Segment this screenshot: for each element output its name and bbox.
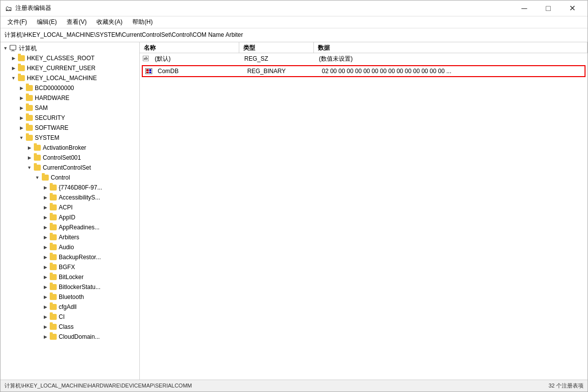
tree-toggle-guid[interactable]: ▶ <box>41 184 49 192</box>
tree-toggle-appreadines[interactable]: ▶ <box>41 223 49 231</box>
maximize-button[interactable]: □ <box>537 0 560 16</box>
tree-item-appid[interactable]: ▶AppID <box>0 212 139 222</box>
tree-toggle-control[interactable]: ▼ <box>33 174 41 182</box>
tree-label-bgfx: BGFX <box>59 264 75 271</box>
tree-item-arbiters[interactable]: ▶Arbiters <box>0 232 139 242</box>
col-header-type[interactable]: 类型 <box>239 42 314 53</box>
tree-item-acpi[interactable]: ▶ACPI <box>0 202 139 212</box>
tree-toggle-controlset001[interactable]: ▶ <box>25 154 33 162</box>
tree-item-backuprestor[interactable]: ▶BackupRestor... <box>0 252 139 262</box>
tree-toggle-hkey_classes_root[interactable]: ▶ <box>9 54 17 62</box>
tree-toggle-currentcontrolset[interactable]: ▼ <box>25 164 33 172</box>
tree-item-system[interactable]: ▼SYSTEM <box>0 133 139 143</box>
value-row-default[interactable]: ab(默认)REG_SZ(数值未设置) <box>140 53 588 64</box>
main-content: ▼计算机▶HKEY_CLASSES_ROOT▶HKEY_CURRENT_USER… <box>0 42 588 380</box>
tree-toggle-ci[interactable]: ▶ <box>41 313 49 321</box>
tree-toggle-bitlocker[interactable]: ▶ <box>41 273 49 281</box>
menu-bar: 文件(F)编辑(E)查看(V)收藏夹(A)帮助(H) <box>0 16 588 28</box>
tree-label-accessibilitys: AccessibilityS... <box>59 194 100 201</box>
address-path: 计算机\HKEY_LOCAL_MACHINE\SYSTEM\CurrentCon… <box>4 31 243 39</box>
tree-toggle-accessibilitys[interactable]: ▶ <box>41 194 49 201</box>
tree-toggle-appid[interactable]: ▶ <box>41 213 49 221</box>
tree-label-bcd: BCD00000000 <box>35 85 74 92</box>
tree-toggle-bluetooth[interactable]: ▶ <box>41 293 49 301</box>
folder-icon-arbiters <box>49 233 57 241</box>
folder-icon-bitlocker <box>49 273 57 281</box>
tree-item-currentcontrolset[interactable]: ▼CurrentControlSet <box>0 163 139 173</box>
folder-icon-sam <box>25 104 33 112</box>
menu-item-h[interactable]: 帮助(H) <box>127 17 158 27</box>
tree-item-ci[interactable]: ▶CI <box>0 312 139 322</box>
tree-item-security[interactable]: ▶SECURITY <box>0 113 139 123</box>
tree-item-sam[interactable]: ▶SAM <box>0 103 139 113</box>
tree-label-clouddomain: CloudDomain... <box>59 333 100 340</box>
tree-item-bcd[interactable]: ▶BCD00000000 <box>0 83 139 93</box>
value-row-comdb[interactable]: ComDBREG_BINARY02 00 00 00 00 00 00 00 0… <box>142 65 586 77</box>
tree-label-bitlockerstatu: BitlockerStatu... <box>59 284 100 291</box>
tree-label-hardware: HARDWARE <box>35 95 70 101</box>
tree-toggle-cfgadll[interactable]: ▶ <box>41 303 49 311</box>
tree-toggle-bitlockerstatu[interactable]: ▶ <box>41 283 49 291</box>
folder-icon-security <box>25 114 33 122</box>
tree-toggle-bcd[interactable]: ▶ <box>17 84 25 92</box>
tree-toggle-class[interactable]: ▶ <box>41 323 49 331</box>
folder-icon-bgfx <box>49 263 57 271</box>
tree-toggle-backuprestor[interactable]: ▶ <box>41 253 49 261</box>
tree-toggle-hardware[interactable]: ▶ <box>17 94 25 102</box>
tree-toggle-software[interactable]: ▶ <box>17 124 25 132</box>
tree-item-clouddomain[interactable]: ▶CloudDomain... <box>0 332 139 342</box>
tree-item-controlset001[interactable]: ▶ControlSet001 <box>0 153 139 163</box>
folder-icon-system <box>25 134 33 142</box>
value-name-comdb: ComDB <box>154 66 243 76</box>
tree-toggle-hkey_current_user[interactable]: ▶ <box>9 64 17 72</box>
tree-label-system: SYSTEM <box>35 134 59 141</box>
tree-item-guid[interactable]: ▶{7746D80F-97... <box>0 183 139 193</box>
menu-item-f[interactable]: 文件(F) <box>2 17 32 27</box>
tree-item-hkey_local_machine[interactable]: ▼HKEY_LOCAL_MACHINE <box>0 73 139 83</box>
value-data-default: (数值未设置) <box>315 53 588 64</box>
tree-item-bitlockerstatu[interactable]: ▶BitlockerStatu... <box>0 282 139 292</box>
tree-toggle-security[interactable]: ▶ <box>17 114 25 122</box>
value-icon-default: ab <box>141 53 151 64</box>
tree-item-control[interactable]: ▼Control <box>0 173 139 183</box>
col-header-name[interactable]: 名称 <box>140 42 239 53</box>
tree-item-software[interactable]: ▶SOFTWARE <box>0 123 139 133</box>
tree-item-activationbroker[interactable]: ▶ActivationBroker <box>0 143 139 153</box>
folder-icon-guid <box>49 184 57 192</box>
close-button[interactable]: ✕ <box>561 0 584 16</box>
tree-item-hardware[interactable]: ▶HARDWARE <box>0 93 139 103</box>
menu-item-e[interactable]: 编辑(E) <box>32 17 62 27</box>
tree-toggle-computer[interactable]: ▼ <box>1 44 9 52</box>
tree-item-audio[interactable]: ▶Audio <box>0 242 139 252</box>
tree-item-accessibilitys[interactable]: ▶AccessibilityS... <box>0 193 139 202</box>
folder-icon-activationbroker <box>33 144 41 152</box>
tree-toggle-audio[interactable]: ▶ <box>41 243 49 251</box>
menu-item-v[interactable]: 查看(V) <box>62 17 92 27</box>
tree-item-cfgadll[interactable]: ▶cfgAdll <box>0 302 139 312</box>
tree-item-hkey_current_user[interactable]: ▶HKEY_CURRENT_USER <box>0 63 139 73</box>
tree-item-computer[interactable]: ▼计算机 <box>0 43 139 53</box>
col-header-data[interactable]: 数据 <box>314 42 588 53</box>
tree-item-bgfx[interactable]: ▶BGFX <box>0 262 139 272</box>
tree-toggle-arbiters[interactable]: ▶ <box>41 233 49 241</box>
tree-toggle-system[interactable]: ▼ <box>17 134 25 142</box>
tree-label-audio: Audio <box>59 244 74 251</box>
tree-toggle-bgfx[interactable]: ▶ <box>41 263 49 271</box>
menu-item-a[interactable]: 收藏夹(A) <box>92 17 127 27</box>
tree-item-bluetooth[interactable]: ▶Bluetooth <box>0 292 139 302</box>
tree-toggle-acpi[interactable]: ▶ <box>41 203 49 211</box>
window-title: 注册表编辑器 <box>15 4 513 12</box>
minimize-button[interactable]: ─ <box>513 0 536 16</box>
tree-label-hkey_classes_root: HKEY_CLASSES_ROOT <box>27 55 95 62</box>
tree-toggle-sam[interactable]: ▶ <box>17 104 25 112</box>
tree-item-bitlocker[interactable]: ▶BitLocker <box>0 272 139 282</box>
tree-label-control: Control <box>51 174 70 181</box>
tree-item-appreadines[interactable]: ▶AppReadines... <box>0 222 139 232</box>
tree-item-class[interactable]: ▶Class <box>0 322 139 332</box>
tree-item-hkey_classes_root[interactable]: ▶HKEY_CLASSES_ROOT <box>0 53 139 63</box>
tree-toggle-hkey_local_machine[interactable]: ▼ <box>9 74 17 82</box>
tree-toggle-activationbroker[interactable]: ▶ <box>25 144 33 152</box>
folder-icon-computer <box>9 44 17 52</box>
registry-tree[interactable]: ▼计算机▶HKEY_CLASSES_ROOT▶HKEY_CURRENT_USER… <box>0 42 139 380</box>
tree-toggle-clouddomain[interactable]: ▶ <box>41 333 49 341</box>
